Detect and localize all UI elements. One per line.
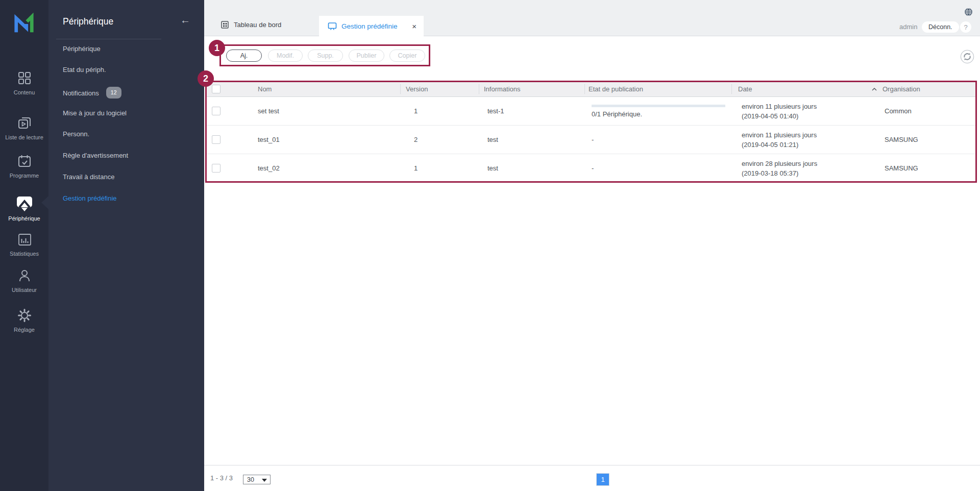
close-tab-icon[interactable]: ×: [412, 22, 416, 30]
user-icon: [17, 268, 32, 283]
date-absolute: (2019-04-05 01:40): [742, 111, 867, 121]
date-relative: environ 28 plusieurs jours: [742, 159, 867, 168]
tab-label: Gestion prédéfinie: [341, 22, 398, 30]
column-header-label: Organisation: [883, 85, 920, 93]
iconbar-item-utilisateur[interactable]: Utilisateur: [0, 268, 48, 293]
dashboard-grid-icon: [221, 21, 229, 29]
cell-informations: test-1: [479, 97, 584, 126]
language-globe-icon[interactable]: [964, 8, 973, 18]
submenu-item-label: Gestion prédéfinie: [63, 194, 117, 202]
iconbar-label: Statistiques: [0, 251, 48, 257]
tab-label: Tableau de bord: [234, 21, 281, 29]
refresh-button[interactable]: [960, 50, 974, 66]
active-menu-pointer: [41, 196, 48, 209]
result-range-label: 1 - 3 / 3: [210, 474, 233, 482]
magicinfo-screen: Contenu Liste de lecture Programme: [0, 0, 980, 491]
submenu-item-travail-a-distance[interactable]: Travail à distance: [63, 172, 114, 182]
iconbar-item-programme[interactable]: Programme: [0, 154, 48, 179]
tab-tableau-de-bord[interactable]: Tableau de bord: [221, 21, 281, 29]
sort-ascending-icon: [872, 88, 877, 91]
iconbar-item-contenu[interactable]: Contenu: [0, 70, 48, 95]
date-relative: environ 11 plusieurs jours: [742, 102, 867, 111]
delete-button[interactable]: Supp.: [308, 50, 343, 62]
date-absolute: (2019-03-18 05:37): [742, 168, 867, 178]
date-relative: environ 11 plusieurs jours: [742, 130, 867, 140]
add-button[interactable]: Aj.: [226, 50, 262, 62]
cell-nom: set test: [227, 97, 400, 126]
logout-button[interactable]: Déconn.: [922, 21, 959, 33]
device-cast-icon: [15, 194, 34, 212]
monitor-icon: [328, 22, 337, 31]
table-row[interactable]: test_01 2 test - environ 11 plusieurs jo…: [205, 126, 977, 154]
cell-version: 1: [400, 154, 479, 183]
cell-informations: test: [479, 126, 584, 154]
submenu-item-personn[interactable]: Personn.: [63, 129, 89, 139]
content-grid-icon: [17, 70, 32, 86]
table-row[interactable]: set test 1 test-1 0/1 Périphérique. envi…: [205, 97, 977, 126]
row-select-cell: [205, 126, 227, 154]
help-question-icon: ?: [964, 23, 967, 31]
edit-button[interactable]: Modif.: [268, 50, 303, 62]
column-header-nom[interactable]: Nom: [227, 82, 400, 97]
iconbar-label: Contenu: [0, 89, 48, 95]
row-select-cell: [205, 97, 227, 126]
column-header-informations[interactable]: Informations: [479, 82, 584, 97]
iconbar-item-reglage[interactable]: Réglage: [0, 308, 48, 333]
publish-status-text: 0/1 Périphérique.: [592, 110, 731, 118]
iconbar-item-statistiques[interactable]: Statistiques: [0, 233, 48, 257]
copy-button[interactable]: Copier: [389, 50, 425, 62]
submenu-item-label: Périphérique: [63, 45, 101, 53]
cell-nom: test_01: [227, 126, 400, 154]
primary-iconbar: Contenu Liste de lecture Programme: [0, 0, 48, 491]
column-header-date[interactable]: Date: [731, 82, 868, 97]
submenu-item-etat-du-periph[interactable]: Etat du périph.: [63, 65, 106, 75]
cell-version: 1: [400, 97, 479, 126]
settings-gear-icon: [17, 308, 32, 323]
submenu-item-label: Travail à distance: [63, 173, 114, 181]
iconbar-label: Programme: [0, 173, 48, 179]
submenu-item-gestion-predefinie[interactable]: Gestion prédéfinie: [63, 193, 117, 204]
row-checkbox[interactable]: [212, 164, 220, 173]
submenu-divider: [56, 39, 161, 39]
row-checkbox[interactable]: [212, 135, 220, 144]
column-header-etat-de-publication[interactable]: Etat de publication: [584, 82, 731, 97]
notifications-count-badge: 12: [106, 87, 121, 99]
submenu-item-mise-a-jour[interactable]: Mise à jour du logiciel: [63, 108, 127, 118]
submenu-item-label: Mise à jour du logiciel: [63, 109, 127, 117]
submenu-item-regle-avertissement[interactable]: Règle d'avertissement: [63, 151, 128, 161]
magicinfo-logo-icon[interactable]: [12, 13, 36, 36]
row-select-cell: [205, 154, 227, 183]
playlist-icon: [17, 115, 32, 131]
page-1-button[interactable]: 1: [597, 474, 609, 485]
cell-etat: 0/1 Périphérique.: [584, 97, 731, 126]
row-checkbox[interactable]: [212, 107, 220, 115]
cell-etat: -: [584, 154, 731, 183]
cell-organisation: Common: [868, 97, 977, 126]
submenu-item-label: Règle d'avertissement: [63, 152, 128, 159]
iconbar-item-liste-de-lecture[interactable]: Liste de lecture: [0, 115, 48, 140]
submenu-item-label: Etat du périph.: [63, 66, 106, 73]
publish-button[interactable]: Publier: [349, 50, 384, 62]
tab-gestion-predefinie[interactable]: Gestion prédéfinie ×: [319, 16, 424, 36]
submenu-item-notifications[interactable]: Notifications12: [63, 87, 121, 97]
submenu-item-peripherique[interactable]: Périphérique: [63, 44, 101, 54]
date-absolute: (2019-04-05 01:21): [742, 140, 867, 150]
table-header-row: Nom Version Informations Etat de publica…: [205, 82, 977, 97]
help-button[interactable]: ?: [960, 21, 971, 33]
column-header-organisation[interactable]: Organisation: [868, 82, 977, 97]
column-header-version[interactable]: Version: [400, 82, 479, 97]
iconbar-label: Réglage: [0, 327, 48, 333]
footer-divider: [204, 465, 980, 465]
collapse-sidebar-arrow-icon[interactable]: ←: [180, 14, 190, 26]
cell-organisation: SAMSUNG: [868, 126, 977, 154]
table-row[interactable]: test_02 1 test - environ 28 plusieurs jo…: [205, 154, 977, 183]
cell-organisation: SAMSUNG: [868, 154, 977, 183]
page-size-select[interactable]: 30: [243, 475, 271, 484]
select-all-checkbox[interactable]: [212, 85, 220, 93]
statistics-chart-icon: [17, 233, 32, 247]
select-all-header[interactable]: [205, 82, 227, 97]
top-header-bar: Tableau de bord Gestion prédéfinie ×: [204, 0, 980, 36]
cell-informations: test: [479, 154, 584, 183]
cell-date: environ 11 plusieurs jours (2019-04-05 0…: [731, 126, 868, 154]
cell-version: 2: [400, 126, 479, 154]
